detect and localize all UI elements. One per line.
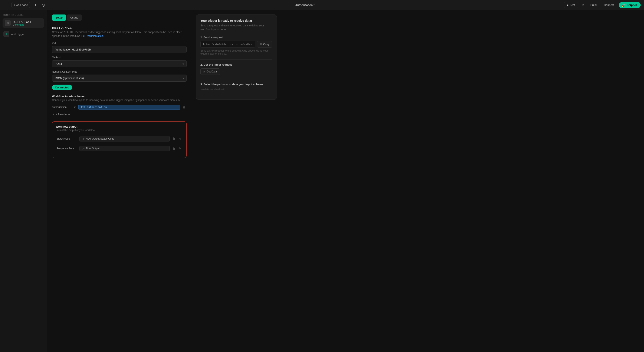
no-data-text: No data received yet! <box>200 88 272 91</box>
doc-link[interactable]: Full Documentation. <box>81 35 104 38</box>
plus-icon: + <box>53 113 54 116</box>
sidebar: Your triggers ⚙ REST API Call Connected … <box>0 10 47 352</box>
add-node-button[interactable]: + Add node <box>12 2 30 8</box>
chevron-down-icon: ▾ <box>314 4 315 7</box>
input-delete-button[interactable]: 🗑 <box>182 105 186 110</box>
response-body-tag: (x) Flow Output <box>80 146 170 151</box>
step1-title: 1. Send a request <box>200 36 272 39</box>
method-select-wrapper: POST GET PUT DELETE PATCH ▾ <box>52 60 186 67</box>
status-code-label: Status code <box>56 137 78 140</box>
new-input-button[interactable]: + + New Input <box>52 111 71 117</box>
topnav: ☰ + Add node ✦ ◎ Authorization ▾ ▶ Test … <box>0 0 644 10</box>
new-input-label: + New Input <box>56 113 71 116</box>
status-code-edit-button[interactable]: ✎ <box>178 136 182 141</box>
copy-button[interactable]: ⧉ Copy <box>257 41 272 48</box>
output-row-status-code: Status code (x) Flow Output Status Code … <box>56 135 183 143</box>
trigger-icon: ⚙ <box>5 20 11 26</box>
tab-usage[interactable]: Usage <box>67 15 82 21</box>
tag-x-icon-2: (x) <box>82 147 84 150</box>
flow-title-text: Authorization <box>295 4 313 7</box>
copy-label: Copy <box>263 43 269 46</box>
step2-section: 2. Get the latest request ▶ Get Data <box>200 63 272 75</box>
workflow-output-section: Workflow output Format the output of you… <box>52 121 186 158</box>
wand-button[interactable]: ✦ <box>33 2 38 8</box>
topnav-center: Authorization ▾ <box>46 4 564 7</box>
menu-icon: ☰ <box>5 3 8 7</box>
search-icon: ◎ <box>42 3 45 7</box>
search-button[interactable]: ◎ <box>41 2 46 8</box>
add-node-label: + Add node <box>14 4 28 7</box>
endpoint-url-input[interactable] <box>200 41 255 48</box>
add-trigger-label: Add trigger <box>11 33 25 36</box>
connect-button[interactable]: Connect <box>601 2 616 8</box>
workflow-output-title: Workflow output <box>56 125 183 128</box>
status-code-tag: (x) Flow Output Status Code <box>80 136 170 142</box>
response-body-label: Response Body <box>56 147 78 150</box>
info-card-desc: Send a request and use the received data… <box>200 24 272 31</box>
play-icon-2: ▶ <box>204 71 205 73</box>
tabs-row: Setup Usage <box>52 15 186 21</box>
input-row: authorization ✕ (x) authorization 🗑 <box>52 105 186 110</box>
status-code-delete-button[interactable]: 🗑 <box>172 136 176 141</box>
step3-title: 3. Select the paths to update your input… <box>200 83 272 86</box>
build-button[interactable]: Build <box>588 2 599 8</box>
tag-x-icon: (x) <box>82 137 84 140</box>
test-label: Test <box>570 4 575 7</box>
response-body-edit-button[interactable]: ✎ <box>178 146 182 151</box>
input-tag: (x) authorization <box>78 105 180 110</box>
build-label: Build <box>590 4 596 7</box>
status-code-tag-text: Flow Output Status Code <box>86 137 114 140</box>
menu-button[interactable]: ☰ <box>4 2 9 8</box>
shipped-icon: 🚀 <box>622 4 626 7</box>
copy-icon: ⧉ <box>260 43 262 46</box>
trigger-status: Connected <box>13 24 31 26</box>
get-data-button[interactable]: ▶ Get Data <box>200 68 220 75</box>
step-divider-2 <box>200 79 272 79</box>
url-row: ⧉ Copy <box>200 41 272 48</box>
add-trigger-button[interactable]: + Add trigger <box>2 30 44 39</box>
flow-title: Authorization ▾ <box>295 4 315 7</box>
content-area: Setup Usage REST API Call Create an API … <box>47 10 644 352</box>
path-label: Path <box>52 42 186 45</box>
form-panel: Setup Usage REST API Call Create an API … <box>47 10 192 352</box>
response-body-delete-button[interactable]: 🗑 <box>172 146 176 151</box>
test-button[interactable]: ▶ Test <box>564 2 578 8</box>
shipped-label: Shipped <box>627 4 638 7</box>
content-type-select-wrapper: JSON (application/json) Form Data Text ▾ <box>52 75 186 82</box>
workflow-inputs-desc: Connect your workflow inputs to incoming… <box>52 99 186 102</box>
workflow-output-desc: Format the output of your workflow <box>56 129 183 132</box>
step2-title: 2. Get the latest request <box>200 63 272 66</box>
content-type-label: Request Content Type <box>52 70 186 73</box>
right-panel: Your trigger is ready to receive data! S… <box>192 10 281 352</box>
sidebar-section-title: Your triggers <box>2 14 44 16</box>
input-x-button[interactable]: ✕ <box>73 105 77 109</box>
tab-setup[interactable]: Setup <box>52 15 66 21</box>
output-row-response-body: Response Body (x) Flow Output 🗑 ✎ <box>56 144 183 153</box>
step1-section: 1. Send a request ⧉ Copy Send an API req… <box>200 36 272 55</box>
history-button[interactable]: ⟳ <box>580 2 586 8</box>
gear-icon: ⚙ <box>6 21 9 25</box>
step1-desc: Send an API request to the endpoint URL … <box>200 49 272 55</box>
connected-badge: Connected <box>52 85 72 90</box>
info-card-title: Your trigger is ready to receive data! <box>200 19 272 22</box>
play-icon: ▶ <box>567 4 569 6</box>
main-layout: Your triggers ⚙ REST API Call Connected … <box>0 10 644 352</box>
input-field-name: authorization <box>52 106 71 109</box>
shipped-button[interactable]: 🚀 Shipped <box>619 2 640 8</box>
method-select[interactable]: POST GET PUT DELETE PATCH <box>52 60 186 67</box>
trigger-name: REST API Call <box>13 20 31 24</box>
info-card: Your trigger is ready to receive data! S… <box>196 15 277 100</box>
step3-section: 3. Select the paths to update your input… <box>200 83 272 91</box>
wand-icon: ✦ <box>34 3 37 7</box>
path-input[interactable] <box>52 46 186 53</box>
method-label: Method <box>52 56 186 59</box>
add-trigger-icon: + <box>4 31 9 37</box>
workflow-inputs-title: Workflow inputs schema <box>52 95 186 98</box>
section-desc: Create an API / HTTP endpoint as the tri… <box>52 30 186 38</box>
sidebar-item-rest-api[interactable]: ⚙ REST API Call Connected <box>2 18 44 28</box>
get-data-label: Get Data <box>206 70 217 73</box>
response-body-tag-text: Flow Output <box>86 147 100 150</box>
section-desc-text: Create an API / HTTP endpoint as the tri… <box>52 31 182 38</box>
topnav-right: ▶ Test ⟳ Build Connect 🚀 Shipped <box>564 2 640 8</box>
content-type-select[interactable]: JSON (application/json) Form Data Text <box>52 75 186 82</box>
